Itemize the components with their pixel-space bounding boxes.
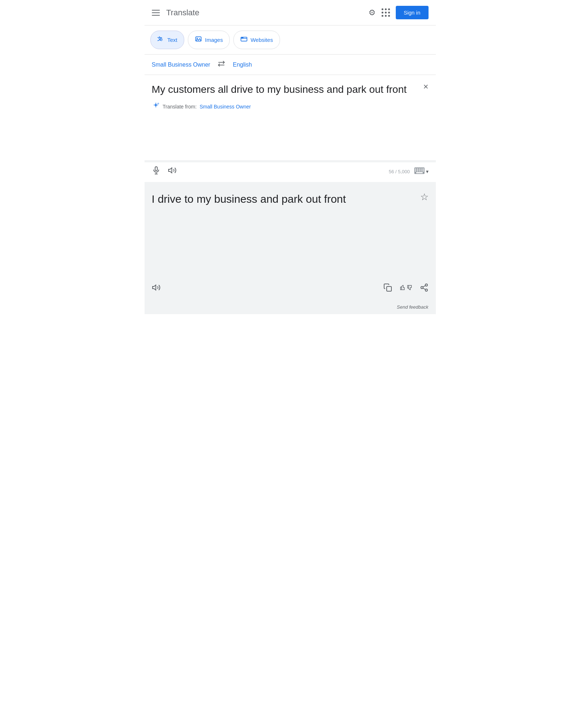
translate-from-prefix: Translate from: (163, 104, 197, 110)
svg-point-30 (425, 289, 427, 291)
target-language-selector[interactable]: English (233, 62, 252, 68)
header: Translate ⚙ Sign in (145, 0, 436, 25)
svg-rect-21 (417, 170, 418, 171)
translate-from-lang-link[interactable]: Small Business Owner (200, 104, 251, 110)
tab-images[interactable]: Images (188, 31, 230, 49)
tab-text[interactable]: 文 A Text (150, 31, 185, 49)
translation-area: I drive to my business and park out fron… (145, 184, 436, 279)
keyboard-icon[interactable] (414, 167, 425, 175)
svg-rect-27 (387, 286, 391, 291)
tab-text-label: Text (167, 37, 178, 43)
character-count: 56 / 5,000 (389, 169, 410, 174)
microphone-icon[interactable] (152, 166, 161, 177)
translate-from-hint: Translate from: Small Business Owner (152, 102, 429, 111)
svg-point-7 (242, 37, 243, 38)
svg-point-3 (197, 38, 198, 39)
share-translation-icon[interactable] (420, 283, 429, 294)
svg-rect-16 (417, 169, 418, 170)
svg-rect-22 (419, 170, 420, 171)
send-feedback-link[interactable]: Send feedback (145, 300, 436, 314)
sign-in-button[interactable]: Sign in (396, 6, 429, 19)
svg-text:A: A (160, 37, 163, 41)
save-translation-button[interactable]: ☆ (420, 191, 429, 203)
svg-point-6 (242, 37, 242, 38)
svg-rect-20 (415, 170, 416, 171)
tab-bar: 文 A Text Images Websites (145, 25, 436, 55)
keyboard-dropdown-icon[interactable]: ▾ (426, 169, 429, 174)
tab-images-label: Images (205, 37, 223, 43)
clear-text-button[interactable]: × (423, 82, 428, 91)
svg-line-31 (423, 288, 425, 290)
svg-rect-15 (415, 169, 416, 170)
thumbs-feedback-icon[interactable] (399, 283, 413, 294)
svg-point-29 (421, 286, 423, 289)
svg-marker-13 (169, 168, 172, 173)
source-footer-left (152, 166, 177, 177)
text-translate-icon: 文 A (157, 35, 165, 44)
swap-languages-icon[interactable] (217, 60, 225, 70)
images-icon (195, 35, 202, 44)
header-left: Translate (152, 8, 368, 17)
source-text-area: My customers all drive to my business an… (145, 75, 436, 162)
svg-rect-19 (422, 169, 424, 170)
svg-point-28 (425, 284, 427, 286)
ai-sparkle-icon (152, 102, 160, 111)
svg-rect-17 (419, 169, 420, 170)
header-right: ⚙ Sign in (368, 6, 429, 19)
svg-rect-24 (422, 170, 424, 171)
copy-translation-icon[interactable] (383, 283, 392, 294)
translated-text: I drive to my business and park out fron… (152, 191, 429, 207)
settings-icon[interactable]: ⚙ (368, 8, 376, 17)
source-footer: 56 / 5,000 ▾ (145, 162, 436, 184)
app-title: Translate (166, 8, 200, 17)
svg-rect-25 (416, 172, 423, 173)
language-selector-row: Small Business Owner English (145, 55, 436, 75)
svg-line-32 (423, 286, 425, 287)
hamburger-menu-icon[interactable] (152, 10, 160, 16)
source-volume-icon[interactable] (168, 166, 177, 177)
tab-websites-label: Websites (250, 37, 273, 43)
svg-marker-26 (153, 285, 156, 290)
websites-icon (240, 35, 248, 44)
apps-grid-icon[interactable] (382, 8, 390, 17)
svg-rect-18 (421, 169, 422, 170)
svg-rect-23 (421, 170, 422, 171)
source-language-selector[interactable]: Small Business Owner (152, 62, 210, 68)
translation-volume-icon[interactable] (152, 283, 161, 294)
svg-rect-10 (155, 167, 157, 171)
tab-websites[interactable]: Websites (233, 31, 280, 49)
translation-actions (383, 283, 429, 294)
translation-footer (145, 279, 436, 300)
source-input-text[interactable]: My customers all drive to my business an… (152, 82, 429, 96)
